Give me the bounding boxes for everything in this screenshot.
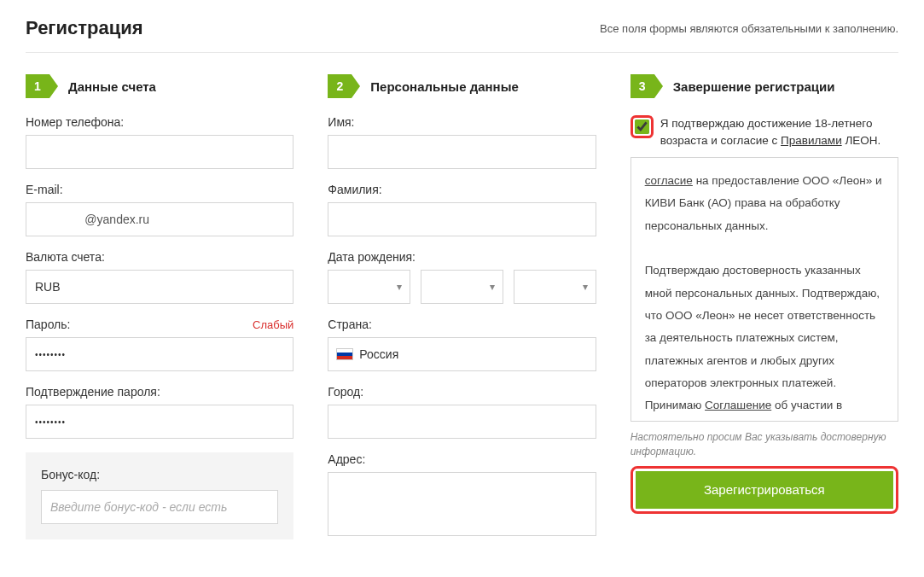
- address-input[interactable]: [328, 472, 596, 536]
- dob-month-select[interactable]: [421, 270, 503, 304]
- step-title: Персональные данные: [370, 79, 518, 94]
- lastname-input[interactable]: [328, 202, 596, 236]
- agree-checkbox[interactable]: [635, 119, 649, 134]
- agree-text: Я подтверждаю достижение 18-летнего возр…: [660, 115, 898, 149]
- firstname-input[interactable]: [328, 135, 596, 169]
- page-title: Регистрация: [26, 17, 143, 39]
- country-value: Россия: [359, 347, 398, 361]
- agree-checkbox-highlight: [631, 115, 654, 138]
- country-label: Страна:: [328, 318, 596, 331]
- firstname-label: Имя:: [328, 115, 596, 129]
- currency-input[interactable]: [26, 270, 293, 304]
- consent-link[interactable]: согласие: [645, 174, 693, 187]
- agreement-link[interactable]: Соглашение: [705, 399, 771, 411]
- bonus-code-input[interactable]: [41, 490, 278, 524]
- rules-link[interactable]: Правилами: [781, 134, 842, 147]
- currency-label: Валюта счета:: [26, 250, 293, 264]
- step-number-badge: 3: [631, 74, 654, 98]
- dob-day-select[interactable]: [328, 270, 410, 304]
- column-account-data: 1 Данные счета Номер телефона: E-mail: В…: [26, 74, 293, 552]
- step-header-2: 2 Персональные данные: [328, 74, 596, 98]
- submit-button-highlight: Зарегистрироваться: [631, 466, 898, 514]
- flag-ru-icon: [337, 349, 352, 359]
- phone-label: Номер телефона:: [26, 115, 293, 129]
- step-title: Завершение регистрации: [673, 79, 835, 94]
- step-number-badge: 2: [328, 74, 352, 98]
- step-number-badge: 1: [26, 74, 49, 98]
- address-label: Адрес:: [328, 452, 596, 466]
- password-strength-indicator: Слабый: [253, 318, 293, 331]
- password-input[interactable]: [26, 337, 293, 371]
- bonus-label: Бонус-код:: [41, 468, 278, 481]
- submit-button[interactable]: Зарегистрироваться: [636, 471, 893, 509]
- city-input[interactable]: [328, 405, 596, 439]
- terms-scrollbox[interactable]: согласие на предоставление ООО «Леон» и …: [631, 157, 898, 422]
- email-input[interactable]: [26, 202, 293, 236]
- email-label: E-mail:: [26, 183, 293, 196]
- password-confirm-input[interactable]: [26, 405, 293, 439]
- step-header-1: 1 Данные счета: [26, 74, 293, 98]
- step-header-3: 3 Завершение регистрации: [631, 74, 898, 98]
- password-confirm-label: Подтверждение пароля:: [26, 385, 293, 399]
- column-personal-data: 2 Персональные данные Имя: Фамилия: Дата…: [328, 74, 596, 552]
- password-label: Пароль:: [26, 318, 70, 331]
- page-header: Регистрация Все поля формы являются обяз…: [26, 17, 898, 53]
- column-finish: 3 Завершение регистрации Я подтверждаю д…: [631, 74, 898, 552]
- city-label: Город:: [328, 385, 596, 399]
- step-title: Данные счета: [68, 79, 156, 94]
- lastname-label: Фамилия:: [328, 183, 596, 196]
- bonus-code-panel: Бонус-код:: [26, 452, 293, 539]
- phone-input[interactable]: [26, 135, 293, 169]
- required-fields-note: Все поля формы являются обязательными к …: [600, 22, 898, 35]
- country-select[interactable]: Россия: [328, 337, 596, 371]
- dob-year-select[interactable]: [514, 270, 596, 304]
- disclaimer-text: Настоятельно просим Вас указывать достов…: [631, 430, 898, 459]
- dob-label: Дата рождения:: [328, 250, 596, 264]
